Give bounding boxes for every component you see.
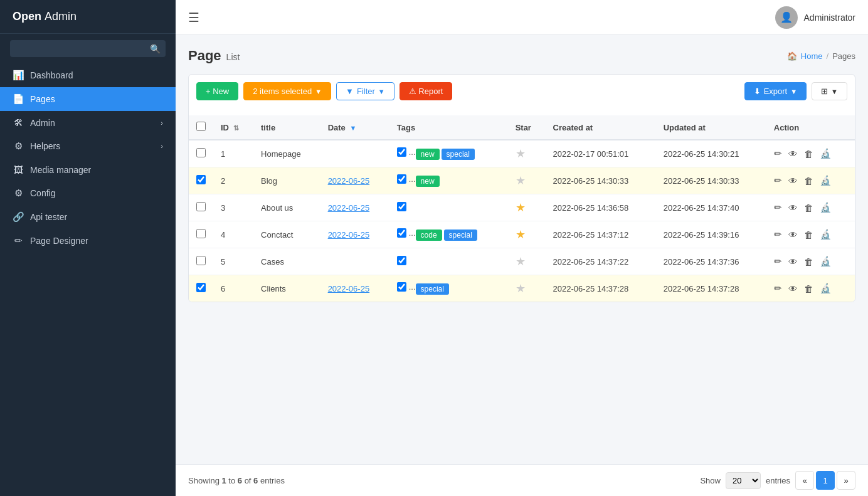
prev-page-button[interactable]: « [795,471,814,490]
sidebar-item-pages[interactable]: 📄 Pages [0,87,176,111]
lab-button[interactable]: 🔬 [820,256,832,267]
row-checkbox[interactable] [196,283,206,292]
row-checkbox[interactable] [196,202,206,211]
sidebar-item-admin[interactable]: 🛠 Admin › [0,111,176,134]
filter-button[interactable]: ▼ Filter ▼ [336,82,394,100]
export-icon: ⬇ [754,87,761,96]
lab-button[interactable]: 🔬 [820,175,832,186]
row-tag-checkbox: ... [397,147,416,157]
pages-icon: 📄 [13,93,24,105]
row-date-link[interactable]: 2022-06-25 [328,176,370,186]
star-empty-icon[interactable]: ★ [516,174,526,187]
sidebar-label-admin: Admin [30,118,154,128]
row-star[interactable]: ★ [508,167,546,194]
row-checkbox[interactable] [196,256,206,265]
row-star[interactable]: ★ [508,140,546,167]
edit-button[interactable]: ✏ [774,148,782,159]
delete-button[interactable]: 🗑 [804,256,813,267]
sort-icon: ⇅ [233,124,239,132]
row-date-link[interactable]: 2022-06-25 [328,230,370,240]
row-date-link[interactable]: 2022-06-25 [328,203,370,213]
edit-button[interactable]: ✏ [774,256,782,267]
tag-cb[interactable] [397,228,406,238]
helpers-arrow-icon: › [161,142,163,150]
view-button[interactable]: 👁 [788,230,798,240]
row-tag-checkbox: ... [397,228,416,238]
star-empty-icon[interactable]: ★ [516,255,526,268]
delete-button[interactable]: 🗑 [804,230,813,240]
star-empty-icon[interactable]: ★ [516,282,526,295]
lab-button[interactable]: 🔬 [820,148,832,159]
pagination: « 1 » [795,471,855,490]
star-filled-icon[interactable]: ★ [516,201,526,214]
row-actions: ✏👁🗑🔬 [766,275,855,302]
sidebar-item-dashboard[interactable]: 📊 Dashboard [0,63,176,87]
delete-button[interactable]: 🗑 [804,149,813,159]
next-page-button[interactable]: » [837,471,855,490]
hamburger-icon[interactable]: ☰ [188,10,199,25]
columns-button[interactable]: ⊞ ▼ [812,82,847,100]
delete-button[interactable]: 🗑 [804,176,813,186]
pagination-wrap: Show 10 20 50 100 entries « 1 » [700,471,855,490]
row-actions: ✏👁🗑🔬 [766,194,855,221]
tag-cb[interactable] [397,174,406,184]
table-row: 1Homepage ...newspecial★2022-02-17 00:51… [189,140,855,167]
view-button[interactable]: 👁 [788,256,798,267]
tag-cb[interactable] [397,202,406,211]
edit-button[interactable]: ✏ [774,283,782,294]
view-button[interactable]: 👁 [788,149,798,159]
sidebar-item-page-designer[interactable]: ✏ Page Designer [0,229,176,253]
lab-button[interactable]: 🔬 [820,283,832,294]
breadcrumb-current: Pages [832,51,855,61]
star-filled-icon[interactable]: ★ [516,228,526,241]
view-button[interactable]: 👁 [788,283,798,294]
page-size-select[interactable]: 10 20 50 100 [726,472,761,489]
row-checkbox[interactable] [196,229,206,238]
view-button[interactable]: 👁 [788,176,798,186]
sidebar-item-helpers[interactable]: ⚙ Helpers › [0,134,176,158]
showing-from: 1 [221,476,226,485]
row-created-at: 2022-06-25 14:30:33 [546,167,656,194]
page-1-button[interactable]: 1 [816,471,835,490]
delete-button[interactable]: 🗑 [804,203,813,213]
breadcrumb-home-link[interactable]: Home [801,51,823,61]
row-star[interactable]: ★ [508,194,546,221]
sidebar-item-config[interactable]: ⚙ Config [0,181,176,205]
report-button[interactable]: ⚠ Report [400,82,453,100]
delete-button[interactable]: 🗑 [804,283,813,294]
export-button[interactable]: ⬇ Export ▼ [744,82,807,100]
row-tag-checkbox: ... [397,282,416,292]
page-title-wrap: Page List [188,48,240,64]
lab-button[interactable]: 🔬 [820,229,832,240]
star-empty-icon[interactable]: ★ [516,147,526,160]
row-id: 1 [213,140,253,167]
view-button[interactable]: 👁 [788,203,798,213]
tag-cb[interactable] [397,256,406,265]
action-btns: ✏👁🗑🔬 [774,202,847,213]
edit-button[interactable]: ✏ [774,229,782,240]
filter-label: Filter [357,87,375,96]
header-id: ID ⇅ [213,115,253,140]
showing-to: 6 [238,476,242,485]
row-checkbox[interactable] [196,175,206,184]
edit-button[interactable]: ✏ [774,202,782,213]
row-star[interactable]: ★ [508,275,546,302]
edit-button[interactable]: ✏ [774,175,782,186]
avatar-icon: 👤 [780,11,793,23]
lab-button[interactable]: 🔬 [820,202,832,213]
row-star[interactable]: ★ [508,248,546,275]
row-checkbox[interactable] [196,148,206,157]
search-input[interactable] [10,40,166,57]
selected-button[interactable]: 2 items selected ▼ [243,82,331,100]
new-button[interactable]: + New [196,82,238,100]
sidebar-item-media-manager[interactable]: 🖼 Media manager [0,158,176,181]
show-label: Show [700,476,721,485]
page-title: Page [188,48,221,64]
tag-cb[interactable] [397,282,406,292]
row-date [320,140,389,167]
row-date-link[interactable]: 2022-06-25 [328,284,370,293]
sidebar-item-api-tester[interactable]: 🔗 Api tester [0,205,176,229]
tag-cb[interactable] [397,147,406,157]
select-all-checkbox[interactable] [196,122,206,131]
row-star[interactable]: ★ [508,221,546,248]
